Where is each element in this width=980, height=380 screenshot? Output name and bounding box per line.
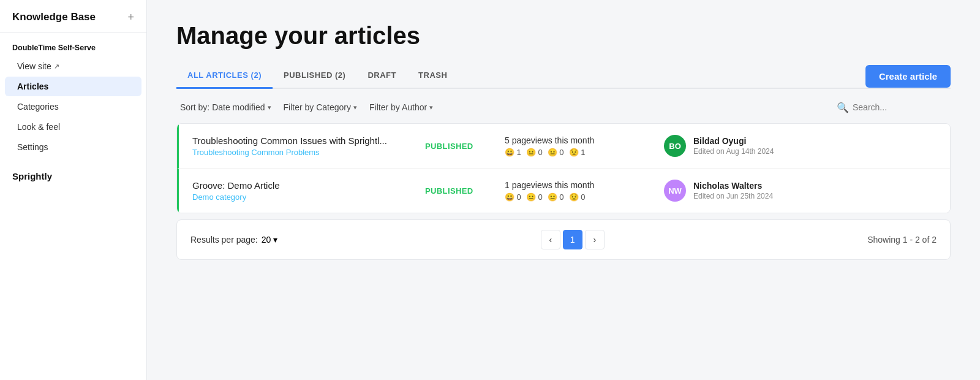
pagination-row: Results per page: 20 ▾ ‹ 1 › Showing 1 -… <box>176 219 951 260</box>
search-icon: 🔍 <box>837 102 849 113</box>
results-per-page-label: Results per page: <box>190 235 258 245</box>
article-category: Troubleshooting Common Problems <box>192 148 425 157</box>
tab-all[interactable]: ALL ARTICLES (2) <box>176 64 273 89</box>
reaction-0: 😀 0 <box>505 192 521 202</box>
sort-by-label: Sort by: Date modified <box>180 102 265 112</box>
page-nav: ‹ 1 › <box>541 230 605 249</box>
articles-container: Troubleshooting Common Issues with Sprig… <box>176 123 951 213</box>
results-per-page: Results per page: 20 ▾ <box>190 235 277 245</box>
search-input[interactable] <box>853 102 951 112</box>
author-edited: Edited on Aug 14th 2024 <box>693 147 774 156</box>
author-name: Bildad Oyugi <box>693 136 774 146</box>
author-info: Bildad OyugiEdited on Aug 14th 2024 <box>693 136 774 156</box>
category-chevron-icon: ▾ <box>353 104 357 112</box>
sidebar-item-categories[interactable]: Categories <box>5 97 141 116</box>
pageviews-count: 1 pageviews this month <box>505 180 664 190</box>
external-link-icon: ↗ <box>54 63 59 70</box>
filter-category-label: Filter by Category <box>284 102 351 112</box>
sidebar-item-look-feel[interactable]: Look & feel <box>5 117 141 137</box>
filters-row: Sort by: Date modified ▾ Filter by Categ… <box>176 89 951 123</box>
rpp-chevron-icon: ▾ <box>273 235 277 245</box>
article-category: Demo category <box>192 192 425 202</box>
filter-category-button[interactable]: Filter by Category ▾ <box>280 100 361 115</box>
sidebar-header: Knowledge Base + <box>0 0 146 32</box>
tabs-container: ALL ARTICLES (2)PUBLISHED (2)DRAFTTRASH <box>176 64 458 88</box>
author-chevron-icon: ▾ <box>429 104 433 112</box>
article-title[interactable]: Troubleshooting Common Issues with Sprig… <box>192 135 425 146</box>
reaction-2: 😐 0 <box>548 148 564 157</box>
table-row: Groove: Demo ArticleDemo categoryPUBLISH… <box>177 169 950 213</box>
tab-draft[interactable]: DRAFT <box>356 64 407 89</box>
pageviews-count: 5 pageviews this month <box>505 135 664 145</box>
sort-chevron-icon: ▾ <box>268 104 271 112</box>
create-article-button[interactable]: Create article <box>865 65 951 88</box>
sidebar-nav: View site↗ArticlesCategoriesLook & feelS… <box>0 56 146 158</box>
next-page-button[interactable]: › <box>585 230 605 249</box>
reaction-1: 😐 0 <box>526 148 543 157</box>
reaction-3: 😟 1 <box>569 148 586 157</box>
main-content: Manage your articles ALL ARTICLES (2)PUB… <box>147 0 980 380</box>
sidebar-item-view-site[interactable]: View site↗ <box>5 56 141 76</box>
results-per-page-value: 20 <box>262 235 271 245</box>
tabs-row: ALL ARTICLES (2)PUBLISHED (2)DRAFTTRASH … <box>176 64 951 89</box>
article-pageviews: 5 pageviews this month😀 1😐 0😐 0😟 1 <box>505 135 664 157</box>
sidebar-item-settings[interactable]: Settings <box>5 137 141 157</box>
search-box: 🔍 <box>837 102 951 113</box>
author-info: Nicholas WaltersEdited on Jun 25th 2024 <box>693 181 773 200</box>
author-name: Nicholas Walters <box>693 181 773 191</box>
sort-by-button[interactable]: Sort by: Date modified ▾ <box>176 100 275 115</box>
reaction-0: 😀 1 <box>505 148 521 157</box>
filter-author-button[interactable]: Filter by Author ▾ <box>366 100 437 115</box>
article-info: Groove: Demo ArticleDemo category <box>192 180 425 202</box>
results-per-page-select[interactable]: 20 ▾ <box>262 235 278 245</box>
avatar: BO <box>664 135 686 157</box>
reaction-3: 😟 0 <box>569 192 586 202</box>
filter-author-label: Filter by Author <box>369 102 427 112</box>
prev-page-button[interactable]: ‹ <box>541 230 560 249</box>
sidebar-title: Knowledge Base <box>12 11 96 23</box>
add-knowledge-base-button[interactable]: + <box>127 12 134 23</box>
sidebar-brand: Sprightly <box>0 158 146 186</box>
sidebar: Knowledge Base + DoubleTime Self-Serve V… <box>0 0 147 380</box>
reaction-1: 😐 0 <box>526 192 543 202</box>
article-info: Troubleshooting Common Issues with Sprig… <box>192 135 425 157</box>
page-title: Manage your articles <box>176 22 951 50</box>
article-status: PUBLISHED <box>425 142 505 151</box>
sidebar-section-label: DoubleTime Self-Serve <box>0 32 146 56</box>
author-edited: Edited on Jun 25th 2024 <box>693 192 773 200</box>
article-pageviews: 1 pageviews this month😀 0😐 0😐 0😟 0 <box>505 180 664 202</box>
tab-published[interactable]: PUBLISHED (2) <box>273 64 356 89</box>
tab-trash[interactable]: TRASH <box>407 64 458 89</box>
avatar: NW <box>664 180 686 202</box>
table-row: Troubleshooting Common Issues with Sprig… <box>177 124 950 169</box>
sidebar-item-articles[interactable]: Articles <box>5 77 141 96</box>
article-status: PUBLISHED <box>425 186 505 196</box>
article-title[interactable]: Groove: Demo Article <box>192 180 425 191</box>
page-1-button[interactable]: 1 <box>563 230 582 249</box>
article-author: NWNicholas WaltersEdited on Jun 25th 202… <box>664 180 937 202</box>
showing-text: Showing 1 - 2 of 2 <box>867 235 937 245</box>
reaction-2: 😐 0 <box>548 192 564 202</box>
article-author: BOBildad OyugiEdited on Aug 14th 2024 <box>664 135 937 157</box>
